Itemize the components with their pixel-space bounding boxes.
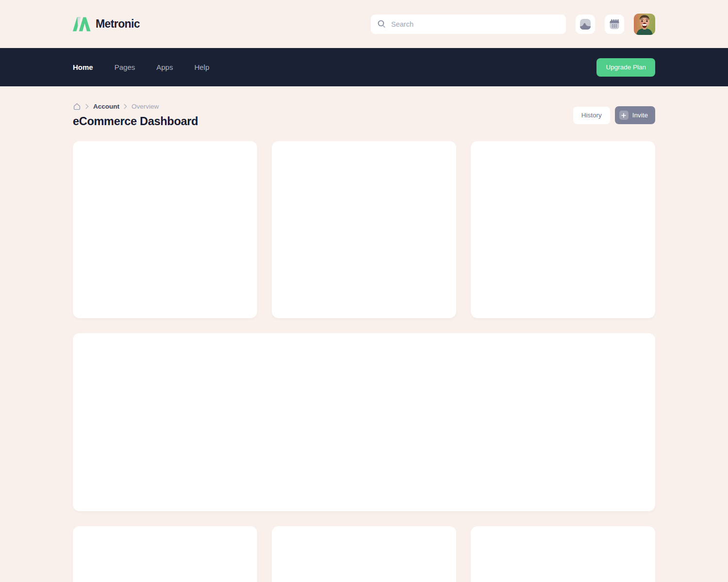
dashboard-card-wide bbox=[73, 333, 655, 511]
page-actions: History Invite bbox=[573, 106, 655, 124]
nav-item-home[interactable]: Home bbox=[73, 63, 93, 71]
invite-button[interactable]: Invite bbox=[615, 106, 655, 124]
dashboard-card-2 bbox=[272, 141, 456, 318]
invite-button-label: Invite bbox=[632, 112, 648, 119]
cards-row-bottom bbox=[73, 526, 655, 582]
search-input[interactable] bbox=[391, 20, 560, 28]
search-icon bbox=[377, 19, 386, 29]
user-avatar[interactable] bbox=[634, 14, 655, 35]
page-title: eCommerce Dashboard bbox=[73, 115, 198, 128]
page-header-row: Account Overview eCommerce Dashboard His… bbox=[73, 102, 655, 128]
page-heading-block: Account Overview eCommerce Dashboard bbox=[73, 102, 198, 128]
breadcrumb-account[interactable]: Account bbox=[93, 103, 119, 110]
nav-item-help[interactable]: Help bbox=[194, 63, 209, 71]
nav-menu: Home Pages Apps Help bbox=[73, 63, 209, 71]
cards-row-top bbox=[73, 141, 655, 318]
main-navbar: Home Pages Apps Help Upgrade Plan bbox=[0, 48, 728, 86]
metronic-logo-icon bbox=[73, 17, 91, 32]
breadcrumb: Account Overview bbox=[73, 102, 198, 111]
history-button[interactable]: History bbox=[573, 107, 610, 124]
nav-item-apps[interactable]: Apps bbox=[156, 63, 173, 71]
dashboard-card-5 bbox=[272, 526, 456, 582]
header-actions bbox=[371, 14, 655, 35]
metronic-logo[interactable]: Metronic bbox=[73, 17, 140, 32]
plus-icon bbox=[619, 111, 629, 120]
dashboard-card-4 bbox=[73, 526, 257, 582]
home-icon[interactable] bbox=[73, 102, 81, 111]
upgrade-plan-button[interactable]: Upgrade Plan bbox=[596, 58, 655, 77]
breadcrumb-overview: Overview bbox=[132, 103, 159, 110]
dashboard-card-3 bbox=[471, 141, 655, 318]
search-bar[interactable] bbox=[371, 15, 566, 34]
chevron-right-icon bbox=[124, 104, 127, 109]
nav-item-pages[interactable]: Pages bbox=[115, 63, 135, 71]
dashboard-card-6 bbox=[471, 526, 655, 582]
logo-text: Metronic bbox=[96, 17, 140, 31]
page-content: Account Overview eCommerce Dashboard His… bbox=[0, 86, 728, 582]
top-header: Metronic bbox=[0, 0, 728, 48]
activity-chart-button[interactable] bbox=[576, 15, 595, 34]
calendar-button[interactable] bbox=[605, 15, 624, 34]
dashboard-card-1 bbox=[73, 141, 257, 318]
chevron-right-icon bbox=[85, 104, 89, 109]
